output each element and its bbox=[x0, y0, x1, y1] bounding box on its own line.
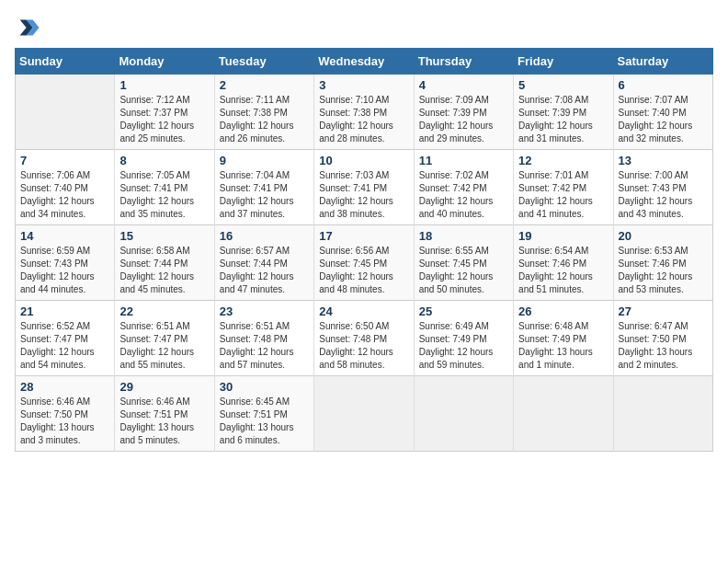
day-info: Sunrise: 7:09 AMSunset: 7:39 PMDaylight:… bbox=[419, 94, 508, 145]
day-number: 8 bbox=[119, 154, 209, 167]
calendar-cell: 4Sunrise: 7:09 AMSunset: 7:39 PMDaylight… bbox=[414, 75, 513, 150]
day-number: 3 bbox=[319, 78, 408, 92]
calendar-cell: 11Sunrise: 7:02 AMSunset: 7:42 PMDayligh… bbox=[414, 150, 513, 225]
day-number: 6 bbox=[619, 78, 708, 92]
page-header bbox=[15, 15, 713, 40]
calendar-cell: 21Sunrise: 6:52 AMSunset: 7:47 PMDayligh… bbox=[16, 301, 115, 376]
day-info: Sunrise: 7:07 AMSunset: 7:40 PMDaylight:… bbox=[619, 94, 708, 145]
day-number: 13 bbox=[619, 154, 708, 167]
day-number: 23 bbox=[220, 304, 309, 318]
day-number: 5 bbox=[518, 78, 608, 92]
weekday-header-tuesday: Tuesday bbox=[214, 49, 313, 75]
day-info: Sunrise: 7:05 AMSunset: 7:41 PMDaylight:… bbox=[119, 169, 209, 221]
calendar-cell: 13Sunrise: 7:00 AMSunset: 7:43 PMDayligh… bbox=[613, 150, 712, 225]
day-number: 15 bbox=[119, 229, 209, 243]
calendar-cell: 9Sunrise: 7:04 AMSunset: 7:41 PMDaylight… bbox=[214, 150, 313, 225]
day-info: Sunrise: 6:51 AMSunset: 7:48 PMDaylight:… bbox=[220, 320, 309, 372]
day-info: Sunrise: 7:06 AMSunset: 7:40 PMDaylight:… bbox=[20, 169, 109, 221]
day-info: Sunrise: 7:04 AMSunset: 7:41 PMDaylight:… bbox=[220, 169, 309, 221]
calendar-cell: 25Sunrise: 6:49 AMSunset: 7:49 PMDayligh… bbox=[414, 301, 513, 376]
calendar-week-row: 14Sunrise: 6:59 AMSunset: 7:43 PMDayligh… bbox=[16, 225, 713, 301]
calendar-cell: 26Sunrise: 6:48 AMSunset: 7:49 PMDayligh… bbox=[514, 301, 613, 376]
calendar-cell bbox=[613, 376, 712, 452]
calendar-cell: 2Sunrise: 7:11 AMSunset: 7:38 PMDaylight… bbox=[214, 75, 313, 150]
day-info: Sunrise: 6:57 AMSunset: 7:44 PMDaylight:… bbox=[220, 245, 309, 296]
calendar-week-row: 1Sunrise: 7:12 AMSunset: 7:37 PMDaylight… bbox=[16, 75, 713, 150]
logo bbox=[15, 15, 42, 40]
day-number: 26 bbox=[518, 304, 608, 318]
calendar-cell: 20Sunrise: 6:53 AMSunset: 7:46 PMDayligh… bbox=[613, 225, 712, 301]
day-number: 2 bbox=[220, 78, 309, 92]
calendar-cell: 17Sunrise: 6:56 AMSunset: 7:45 PMDayligh… bbox=[314, 225, 414, 301]
logo-icon bbox=[15, 15, 40, 40]
day-number: 21 bbox=[20, 304, 109, 318]
calendar-cell: 5Sunrise: 7:08 AMSunset: 7:39 PMDaylight… bbox=[514, 75, 613, 150]
day-number: 17 bbox=[319, 229, 408, 243]
day-info: Sunrise: 6:49 AMSunset: 7:49 PMDaylight:… bbox=[419, 320, 508, 372]
day-number: 22 bbox=[119, 304, 209, 318]
calendar-week-row: 7Sunrise: 7:06 AMSunset: 7:40 PMDaylight… bbox=[16, 150, 713, 225]
weekday-header-sunday: Sunday bbox=[16, 49, 115, 75]
day-info: Sunrise: 6:46 AMSunset: 7:51 PMDaylight:… bbox=[119, 396, 209, 447]
calendar-week-row: 21Sunrise: 6:52 AMSunset: 7:47 PMDayligh… bbox=[16, 301, 713, 376]
day-number: 12 bbox=[518, 154, 608, 167]
calendar-cell: 14Sunrise: 6:59 AMSunset: 7:43 PMDayligh… bbox=[16, 225, 115, 301]
calendar-cell: 3Sunrise: 7:10 AMSunset: 7:38 PMDaylight… bbox=[314, 75, 414, 150]
day-number: 16 bbox=[220, 229, 309, 243]
calendar-cell: 12Sunrise: 7:01 AMSunset: 7:42 PMDayligh… bbox=[514, 150, 613, 225]
day-info: Sunrise: 7:02 AMSunset: 7:42 PMDaylight:… bbox=[419, 169, 508, 221]
calendar-cell: 1Sunrise: 7:12 AMSunset: 7:37 PMDaylight… bbox=[115, 75, 214, 150]
weekday-header-monday: Monday bbox=[115, 49, 214, 75]
calendar-cell: 8Sunrise: 7:05 AMSunset: 7:41 PMDaylight… bbox=[115, 150, 214, 225]
day-number: 11 bbox=[419, 154, 508, 167]
calendar-cell: 29Sunrise: 6:46 AMSunset: 7:51 PMDayligh… bbox=[115, 376, 214, 452]
calendar-body: 1Sunrise: 7:12 AMSunset: 7:37 PMDaylight… bbox=[16, 75, 713, 452]
day-info: Sunrise: 6:47 AMSunset: 7:50 PMDaylight:… bbox=[619, 320, 708, 372]
weekday-header-thursday: Thursday bbox=[414, 49, 513, 75]
day-info: Sunrise: 7:12 AMSunset: 7:37 PMDaylight:… bbox=[119, 94, 209, 145]
calendar-cell: 24Sunrise: 6:50 AMSunset: 7:48 PMDayligh… bbox=[314, 301, 414, 376]
day-number: 4 bbox=[419, 78, 508, 92]
calendar-week-row: 28Sunrise: 6:46 AMSunset: 7:50 PMDayligh… bbox=[16, 376, 713, 452]
day-info: Sunrise: 7:00 AMSunset: 7:43 PMDaylight:… bbox=[619, 169, 708, 221]
weekday-header-wednesday: Wednesday bbox=[314, 49, 414, 75]
day-info: Sunrise: 6:55 AMSunset: 7:45 PMDaylight:… bbox=[419, 245, 508, 296]
day-number: 10 bbox=[319, 154, 408, 167]
day-number: 18 bbox=[419, 229, 508, 243]
day-info: Sunrise: 6:46 AMSunset: 7:50 PMDaylight:… bbox=[20, 396, 109, 447]
calendar-cell bbox=[314, 376, 414, 452]
calendar-cell: 6Sunrise: 7:07 AMSunset: 7:40 PMDaylight… bbox=[613, 75, 712, 150]
day-info: Sunrise: 6:51 AMSunset: 7:47 PMDaylight:… bbox=[119, 320, 209, 372]
day-info: Sunrise: 6:58 AMSunset: 7:44 PMDaylight:… bbox=[119, 245, 209, 296]
calendar-cell: 10Sunrise: 7:03 AMSunset: 7:41 PMDayligh… bbox=[314, 150, 414, 225]
day-info: Sunrise: 6:59 AMSunset: 7:43 PMDaylight:… bbox=[20, 245, 109, 296]
day-number: 28 bbox=[20, 380, 109, 394]
calendar-cell: 22Sunrise: 6:51 AMSunset: 7:47 PMDayligh… bbox=[115, 301, 214, 376]
day-number: 7 bbox=[20, 154, 109, 167]
calendar-table: SundayMondayTuesdayWednesdayThursdayFrid… bbox=[15, 48, 713, 452]
day-info: Sunrise: 7:03 AMSunset: 7:41 PMDaylight:… bbox=[319, 169, 408, 221]
day-info: Sunrise: 7:10 AMSunset: 7:38 PMDaylight:… bbox=[319, 94, 408, 145]
day-number: 25 bbox=[419, 304, 508, 318]
day-number: 19 bbox=[518, 229, 608, 243]
day-number: 29 bbox=[119, 380, 209, 394]
day-info: Sunrise: 7:01 AMSunset: 7:42 PMDaylight:… bbox=[518, 169, 608, 221]
calendar-cell bbox=[514, 376, 613, 452]
day-info: Sunrise: 6:53 AMSunset: 7:46 PMDaylight:… bbox=[619, 245, 708, 296]
calendar-cell bbox=[414, 376, 513, 452]
day-info: Sunrise: 6:50 AMSunset: 7:48 PMDaylight:… bbox=[319, 320, 408, 372]
calendar-cell: 23Sunrise: 6:51 AMSunset: 7:48 PMDayligh… bbox=[214, 301, 313, 376]
calendar-cell: 15Sunrise: 6:58 AMSunset: 7:44 PMDayligh… bbox=[115, 225, 214, 301]
day-info: Sunrise: 6:54 AMSunset: 7:46 PMDaylight:… bbox=[518, 245, 608, 296]
calendar-cell bbox=[16, 75, 115, 150]
weekday-header-row: SundayMondayTuesdayWednesdayThursdayFrid… bbox=[16, 49, 713, 75]
calendar-cell: 30Sunrise: 6:45 AMSunset: 7:51 PMDayligh… bbox=[214, 376, 313, 452]
day-number: 9 bbox=[220, 154, 309, 167]
day-number: 27 bbox=[619, 304, 708, 318]
day-info: Sunrise: 6:48 AMSunset: 7:49 PMDaylight:… bbox=[518, 320, 608, 372]
day-info: Sunrise: 6:52 AMSunset: 7:47 PMDaylight:… bbox=[20, 320, 109, 372]
day-info: Sunrise: 6:45 AMSunset: 7:51 PMDaylight:… bbox=[220, 396, 309, 447]
calendar-cell: 16Sunrise: 6:57 AMSunset: 7:44 PMDayligh… bbox=[214, 225, 313, 301]
calendar-cell: 7Sunrise: 7:06 AMSunset: 7:40 PMDaylight… bbox=[16, 150, 115, 225]
calendar-cell: 19Sunrise: 6:54 AMSunset: 7:46 PMDayligh… bbox=[514, 225, 613, 301]
